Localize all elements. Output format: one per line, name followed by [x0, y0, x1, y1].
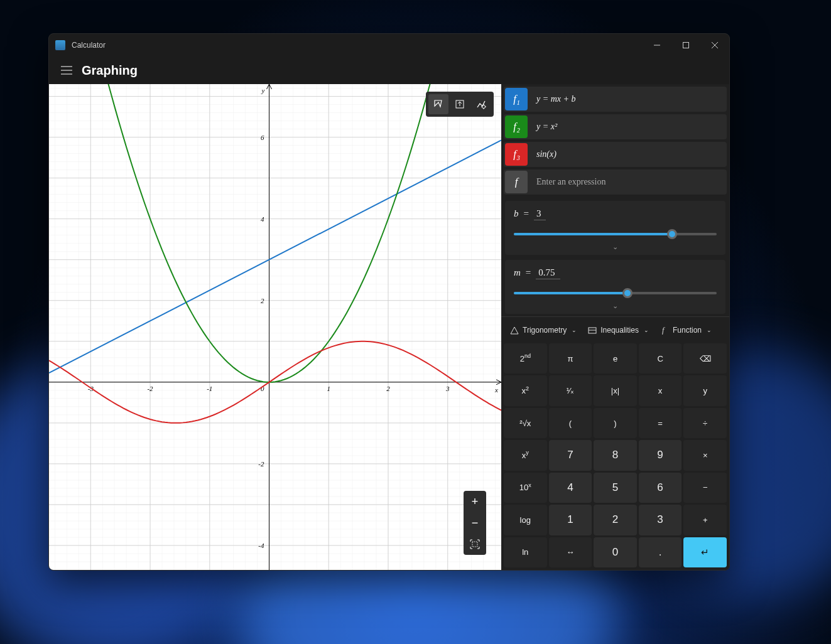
- key-[interactable]: .: [639, 537, 682, 567]
- param-label: b=3: [514, 208, 717, 219]
- share-button[interactable]: [450, 94, 470, 114]
- equation-row-1[interactable]: f1 y = mx + b: [504, 87, 727, 112]
- equation-input-row[interactable]: f Enter an expression: [504, 169, 727, 195]
- key-[interactable]: +: [683, 505, 727, 535]
- param-label: m=0.75: [514, 267, 717, 278]
- key-1[interactable]: 1: [549, 505, 592, 535]
- param-value[interactable]: 3: [534, 208, 546, 220]
- param-m: m=0.75 ⌄: [505, 260, 725, 314]
- key-8[interactable]: 8: [594, 440, 637, 470]
- svg-text:6: 6: [261, 134, 264, 141]
- zoom-controls: + −: [464, 491, 486, 555]
- svg-text:2: 2: [261, 297, 264, 304]
- svg-text:f: f: [662, 326, 665, 335]
- key-[interactable]: ⌫: [683, 343, 727, 373]
- equation-badge[interactable]: f2: [505, 115, 528, 138]
- param-slider[interactable]: [514, 287, 717, 299]
- zoom-in-button[interactable]: +: [464, 491, 486, 512]
- keypad-categories: Trigonometry⌄Inequalities⌄fFunction⌄: [501, 316, 729, 343]
- trace-tool-button[interactable]: [428, 94, 448, 114]
- key-x2[interactable]: x2: [504, 375, 547, 405]
- key-[interactable]: π: [549, 343, 592, 373]
- equation-badge[interactable]: f1: [505, 88, 528, 110]
- key-x[interactable]: x: [639, 375, 682, 405]
- category-inequalities[interactable]: Inequalities⌄: [583, 322, 654, 338]
- key-C[interactable]: C: [639, 343, 682, 373]
- svg-text:-1: -1: [207, 385, 212, 392]
- key-log[interactable]: log: [504, 505, 547, 535]
- category-function[interactable]: fFunction⌄: [655, 322, 717, 338]
- svg-rect-141: [472, 542, 477, 547]
- svg-text:2: 2: [386, 385, 390, 392]
- key-[interactable]: −: [683, 473, 727, 503]
- graph-toolbar: [426, 92, 494, 117]
- equation-input-placeholder: Enter an expression: [536, 177, 606, 187]
- zoom-out-button[interactable]: −: [464, 512, 486, 534]
- menu-button[interactable]: [54, 66, 79, 75]
- category-label: Function: [673, 326, 702, 335]
- header: Graphing: [49, 56, 729, 84]
- key-xy[interactable]: xy: [504, 440, 547, 470]
- chevron-down-icon[interactable]: ⌄: [514, 302, 717, 310]
- equation-expression: y = mx + b: [536, 94, 575, 104]
- param-slider[interactable]: [514, 228, 717, 240]
- key-0[interactable]: 0: [594, 537, 637, 567]
- svg-text:x: x: [494, 386, 498, 394]
- graph-canvas[interactable]: -3-2-1123-4-22460xy + −: [49, 84, 501, 570]
- window-title: Calculator: [72, 41, 643, 50]
- key-[interactable]: ): [594, 408, 637, 438]
- keypad: 2ndπeC⌫x2¹⁄ₓ|x|xy²√x()=÷xy789×10x456−log…: [501, 343, 729, 570]
- equation-input-badge: f: [505, 171, 528, 193]
- key-[interactable]: ↔: [549, 537, 592, 567]
- svg-text:-2: -2: [258, 460, 264, 468]
- key-2[interactable]: 2: [594, 505, 637, 535]
- key-[interactable]: ↵: [683, 537, 727, 567]
- svg-text:y: y: [261, 87, 265, 94]
- svg-point-140: [482, 105, 486, 109]
- minimize-button[interactable]: [643, 34, 671, 56]
- category-label: Trigonometry: [523, 326, 567, 335]
- chevron-down-icon[interactable]: ⌄: [514, 243, 717, 251]
- svg-text:-4: -4: [258, 542, 264, 549]
- key-e[interactable]: e: [594, 343, 637, 373]
- key-5[interactable]: 5: [594, 473, 637, 503]
- key-y[interactable]: y: [683, 375, 727, 405]
- svg-text:4: 4: [261, 215, 264, 223]
- calculator-window: Calculator Graphing -3-2-1123-4-22460xy: [48, 33, 730, 571]
- key-x[interactable]: ²√x: [504, 408, 547, 438]
- key-[interactable]: ¹⁄ₓ: [549, 375, 592, 405]
- svg-rect-1: [683, 43, 689, 48]
- key-2nd[interactable]: 2nd: [504, 343, 547, 373]
- key-7[interactable]: 7: [549, 440, 592, 470]
- svg-text:-2: -2: [147, 385, 153, 392]
- chart-svg: -3-2-1123-4-22460xy: [49, 84, 501, 570]
- titlebar: Calculator: [49, 34, 729, 56]
- key-9[interactable]: 9: [639, 440, 682, 470]
- category-label: Inequalities: [600, 326, 639, 335]
- key-3[interactable]: 3: [639, 505, 682, 535]
- key-4[interactable]: 4: [549, 473, 592, 503]
- param-value[interactable]: 0.75: [536, 267, 560, 279]
- equation-badge[interactable]: f3: [505, 143, 528, 166]
- key-[interactable]: ÷: [683, 408, 727, 438]
- equation-expression: sin(x): [536, 149, 557, 159]
- key-x[interactable]: |x|: [594, 375, 637, 405]
- param-b: b=3 ⌄: [505, 201, 725, 255]
- key-10x[interactable]: 10x: [504, 473, 547, 503]
- equation-row-2[interactable]: f2 y = x²: [504, 114, 727, 139]
- maximize-button[interactable]: [671, 34, 700, 56]
- app-icon: [55, 40, 65, 50]
- key-[interactable]: ×: [683, 440, 727, 470]
- zoom-reset-button[interactable]: [464, 534, 486, 555]
- parameters-panel: b=3 ⌄m=0.75 ⌄: [501, 195, 729, 316]
- graph-settings-button[interactable]: [471, 94, 491, 114]
- equation-row-3[interactable]: f3 sin(x): [504, 142, 727, 167]
- mode-title: Graphing: [82, 63, 138, 78]
- key-[interactable]: =: [639, 408, 682, 438]
- category-trigonometry[interactable]: Trigonometry⌄: [505, 322, 582, 338]
- key-[interactable]: (: [549, 408, 592, 438]
- close-button[interactable]: [700, 34, 729, 56]
- key-ln[interactable]: ln: [504, 537, 547, 567]
- key-6[interactable]: 6: [639, 473, 682, 503]
- equation-list: f1 y = mx + bf2 y = x²f3 sin(x)f Enter a…: [501, 84, 729, 195]
